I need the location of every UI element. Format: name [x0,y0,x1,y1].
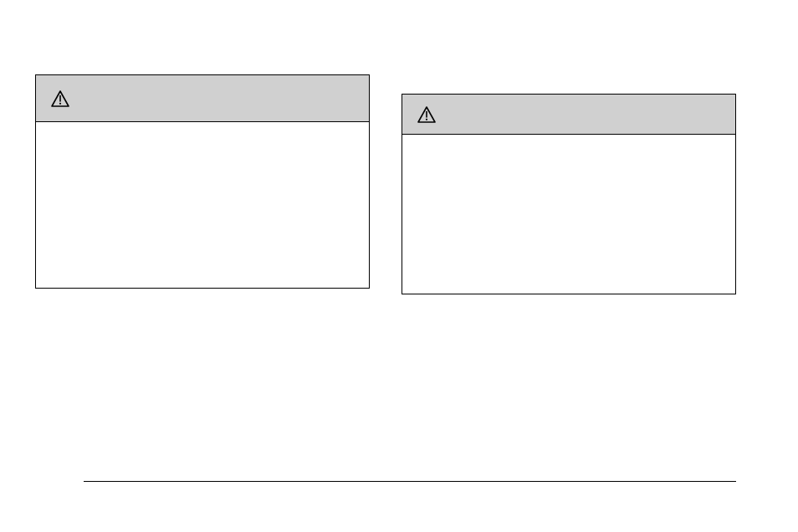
document-page [0,0,798,532]
svg-point-5 [426,118,427,120]
caution-box-left [35,74,370,289]
svg-point-2 [59,102,61,104]
caution-box-right-body [402,135,735,155]
warning-icon [417,106,436,123]
warning-icon [51,90,69,107]
footer-divider [84,481,736,482]
caution-box-left-header [36,75,369,122]
caution-box-right [402,94,736,294]
caution-box-left-body [36,122,369,142]
caution-box-right-header [402,95,735,135]
